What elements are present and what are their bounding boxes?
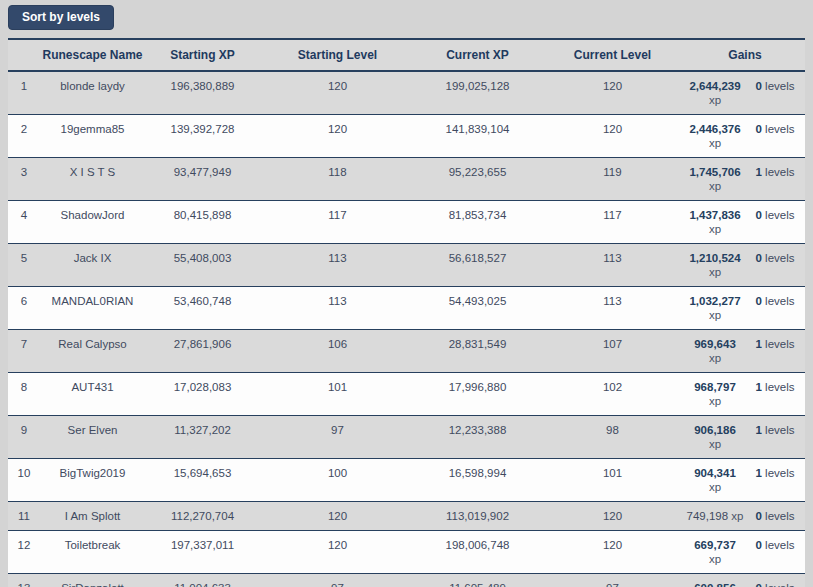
current-level-cell: 119: [540, 158, 685, 201]
gain-xp-unit: xp: [685, 552, 745, 566]
current-xp-column-header: Current XP: [415, 39, 540, 71]
table-row: 4 ShadowJord 80,415,898 117 81,853,734 1…: [8, 201, 805, 244]
table-row: 8 AUT431 17,028,083 101 17,996,880 102 9…: [8, 373, 805, 416]
starting-level-cell: 106: [260, 330, 415, 373]
starting-xp-cell: 53,460,748: [145, 287, 260, 330]
gain-levels-value: 1: [756, 338, 762, 350]
starting-xp-cell: 112,270,704: [145, 502, 260, 531]
player-name: SirDanzalott: [40, 574, 145, 587]
rank-cell: 10: [8, 459, 40, 502]
gain-levels-unit: levels: [765, 123, 794, 135]
gain-xp-unit: xp: [685, 480, 745, 494]
gain-levels-value: 1: [756, 166, 762, 178]
rank-cell: 4: [8, 201, 40, 244]
gain-xp-cell: 1,210,524xp: [685, 244, 745, 287]
gain-xp-unit: xp: [685, 437, 745, 451]
starting-level-cell: 97: [260, 574, 415, 587]
gain-xp-unit: xp: [731, 510, 743, 522]
player-name: Jack IX: [40, 244, 145, 287]
gain-xp-cell: 600,856xp: [685, 574, 745, 587]
gain-levels-unit: levels: [765, 539, 794, 551]
starting-xp-cell: 27,861,906: [145, 330, 260, 373]
player-name: MANDAL0RIAN: [40, 287, 145, 330]
gain-xp-value: 969,643: [685, 337, 745, 351]
current-xp-cell: 56,618,527: [415, 244, 540, 287]
gain-levels-unit: levels: [765, 467, 794, 479]
rank-cell: 12: [8, 531, 40, 574]
current-xp-cell: 141,839,104: [415, 115, 540, 158]
gain-levels-cell: 1 levels: [745, 330, 805, 373]
table-row: 11 I Am Splott 112,270,704 120 113,019,9…: [8, 502, 805, 531]
page: Sort by levels Runescape Name Starting X…: [0, 0, 813, 587]
current-level-cell: 97: [540, 574, 685, 587]
gain-levels-cell: 0 levels: [745, 71, 805, 115]
gain-levels-value: 0: [756, 80, 762, 92]
table-row: 6 MANDAL0RIAN 53,460,748 113 54,493,025 …: [8, 287, 805, 330]
current-xp-cell: 12,233,388: [415, 416, 540, 459]
starting-xp-cell: 80,415,898: [145, 201, 260, 244]
sort-by-levels-button[interactable]: Sort by levels: [8, 5, 114, 30]
player-name: BigTwig2019: [40, 459, 145, 502]
gain-levels-value: 0: [756, 582, 762, 587]
gain-levels-unit: levels: [765, 510, 794, 522]
gain-levels-value: 0: [756, 209, 762, 221]
gain-xp-unit: xp: [685, 93, 745, 107]
rank-cell: 7: [8, 330, 40, 373]
gain-xp-value: 1,437,836: [685, 208, 745, 222]
gain-levels-cell: 1 levels: [745, 373, 805, 416]
starting-level-cell: 101: [260, 373, 415, 416]
current-xp-cell: 198,006,748: [415, 531, 540, 574]
rank-cell: 6: [8, 287, 40, 330]
starting-level-cell: 120: [260, 531, 415, 574]
gain-levels-value: 1: [756, 424, 762, 436]
gain-xp-cell: 1,032,277xp: [685, 287, 745, 330]
current-xp-cell: 95,223,655: [415, 158, 540, 201]
starting-level-cell: 120: [260, 115, 415, 158]
table-row: 5 Jack IX 55,408,003 113 56,618,527 113 …: [8, 244, 805, 287]
gain-xp-cell: 1,437,836xp: [685, 201, 745, 244]
gain-levels-cell: 1 levels: [745, 416, 805, 459]
current-xp-cell: 28,831,549: [415, 330, 540, 373]
table-row: 7 Real Calypso 27,861,906 106 28,831,549…: [8, 330, 805, 373]
gain-levels-value: 0: [756, 295, 762, 307]
highscores-table: Runescape Name Starting XP Starting Leve…: [8, 38, 805, 587]
starting-xp-cell: 15,694,653: [145, 459, 260, 502]
current-level-cell: 101: [540, 459, 685, 502]
gain-xp-cell: 968,797xp: [685, 373, 745, 416]
player-name: 19gemma85: [40, 115, 145, 158]
gain-xp-value: 906,186: [685, 423, 745, 437]
rank-column-header: [8, 39, 40, 71]
gain-xp-unit: xp: [685, 179, 745, 193]
starting-xp-cell: 139,392,728: [145, 115, 260, 158]
rank-cell: 11: [8, 502, 40, 531]
starting-level-cell: 118: [260, 158, 415, 201]
gain-levels-value: 0: [756, 252, 762, 264]
player-name: Real Calypso: [40, 330, 145, 373]
table-row: 9 Ser Elven 11,327,202 97 12,233,388 98 …: [8, 416, 805, 459]
rank-cell: 1: [8, 71, 40, 115]
gain-xp-unit: xp: [685, 351, 745, 365]
gain-levels-value: 0: [756, 539, 762, 551]
rank-cell: 3: [8, 158, 40, 201]
player-name: I Am Splott: [40, 502, 145, 531]
table-row: 1 blonde laydy 196,380,889 120 199,025,1…: [8, 71, 805, 115]
starting-xp-cell: 197,337,011: [145, 531, 260, 574]
gain-xp-value: 904,341: [685, 466, 745, 480]
current-xp-cell: 17,996,880: [415, 373, 540, 416]
gain-levels-value: 1: [756, 381, 762, 393]
gain-xp-cell: 2,644,239xp: [685, 71, 745, 115]
gain-levels-unit: levels: [765, 209, 794, 221]
rank-cell: 8: [8, 373, 40, 416]
current-xp-cell: 199,025,128: [415, 71, 540, 115]
player-name: AUT431: [40, 373, 145, 416]
gain-xp-cell: 969,643xp: [685, 330, 745, 373]
starting-level-cell: 120: [260, 71, 415, 115]
gain-xp-unit: xp: [685, 394, 745, 408]
current-level-cell: 113: [540, 244, 685, 287]
gain-levels-cell: 0 levels: [745, 502, 805, 531]
gain-levels-cell: 1 levels: [745, 459, 805, 502]
gain-levels-unit: levels: [765, 338, 794, 350]
gain-levels-unit: levels: [765, 424, 794, 436]
starting-level-cell: 117: [260, 201, 415, 244]
starting-xp-cell: 17,028,083: [145, 373, 260, 416]
